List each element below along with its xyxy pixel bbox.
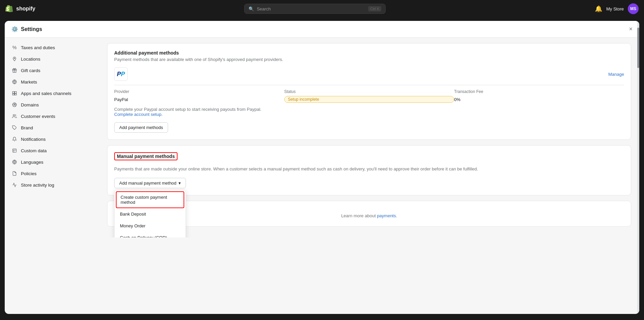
svg-rect-2: [12, 92, 14, 93]
paypal-note-text: Complete your Paypal account setup to st…: [114, 107, 261, 112]
provider-table-values: PayPal Setup incomplete 0%: [114, 96, 624, 103]
sidebar-item-label: Policies: [21, 171, 37, 176]
fee-value: 0%: [454, 97, 624, 102]
provider-header: Provider: [114, 89, 284, 94]
sidebar-item-label: Brand: [21, 125, 33, 130]
markets-icon: [11, 79, 18, 85]
manual-payment-description: Payments that are made outside your onli…: [114, 166, 624, 172]
sidebar-item-label: Taxes and duties: [21, 45, 55, 50]
sidebar-item-store-activity[interactable]: Store activity log: [7, 179, 96, 191]
search-placeholder: Search: [257, 6, 270, 11]
settings-title-text: Settings: [21, 26, 42, 32]
learn-more-suffix: .: [396, 213, 397, 218]
status-header: Status: [284, 89, 454, 94]
bank-deposit-item[interactable]: Bank Deposit: [115, 208, 186, 220]
topnav-right: 🔔 My Store MS: [595, 3, 639, 14]
topnav-left: shopify: [5, 5, 35, 13]
gift-icon: [11, 67, 18, 73]
sidebar-item-brand[interactable]: Brand: [7, 122, 96, 133]
svg-rect-5: [12, 94, 14, 95]
store-name: My Store: [606, 6, 624, 11]
activity-icon: [11, 182, 18, 188]
sidebar-item-languages[interactable]: Languages: [7, 156, 96, 168]
dropdown-container: Add manual payment method ▾ Create custo…: [114, 178, 186, 188]
sidebar-item-locations[interactable]: Locations: [7, 53, 96, 65]
svg-rect-3: [15, 92, 17, 93]
paypal-logo: PP: [114, 67, 128, 81]
topnav: shopify 🔍 Search Ctrl K 🔔 My Store MS: [0, 0, 644, 18]
create-custom-item[interactable]: Create custom payment method: [116, 191, 184, 208]
settings-gear-icon: ⚙️: [11, 26, 18, 32]
search-shortcut: Ctrl K: [368, 6, 382, 11]
sidebar-item-customer-events[interactable]: Customer events: [7, 110, 96, 122]
manage-link[interactable]: Manage: [608, 72, 624, 77]
provider-table-headers: Provider Status Transaction Fee: [114, 89, 624, 94]
domains-icon: [11, 102, 18, 108]
paypal-note: Complete your Paypal account setup to st…: [114, 107, 624, 117]
cod-item[interactable]: Cash on Delivery (COD): [115, 232, 186, 237]
sidebar-item-markets[interactable]: Markets: [7, 76, 96, 88]
logo-text: shopify: [16, 6, 35, 12]
add-manual-button-label: Add manual payment method: [119, 181, 176, 186]
sidebar-item-label: Custom data: [21, 148, 47, 153]
fee-header: Transaction Fee: [454, 89, 624, 94]
brand-icon: [11, 125, 18, 131]
search-icon: 🔍: [249, 6, 254, 11]
settings-window: ⚙️ Settings × % Taxes and duties Locatio…: [5, 21, 639, 314]
settings-header: ⚙️ Settings ×: [5, 21, 639, 38]
sidebar-item-gift-cards[interactable]: Gift cards: [7, 65, 96, 76]
main-content: Additional payment methods Payment metho…: [99, 38, 639, 237]
sidebar-item-label: Notifications: [21, 137, 46, 142]
manual-payment-title: Manual payment methods: [114, 152, 178, 160]
svg-rect-9: [13, 149, 17, 153]
svg-rect-4: [15, 94, 17, 95]
learn-more-text: Learn more about payments.: [114, 208, 624, 220]
paypal-row: PP Manage: [114, 67, 624, 81]
sidebar: % Taxes and duties Locations Gift cards: [5, 38, 99, 237]
sidebar-item-domains[interactable]: Domains: [7, 99, 96, 110]
custom-data-icon: [11, 148, 18, 154]
money-order-item[interactable]: Money Order: [115, 220, 186, 232]
learn-more-link[interactable]: payments: [377, 213, 396, 218]
provider-name: PayPal: [114, 97, 284, 102]
sidebar-item-custom-data[interactable]: Custom data: [7, 145, 96, 156]
sidebar-item-notifications[interactable]: Notifications: [7, 133, 96, 145]
sidebar-item-label: Apps and sales channels: [21, 91, 71, 96]
manual-payment-card: Manual payment methods Payments that are…: [107, 145, 631, 195]
avatar[interactable]: MS: [628, 3, 639, 14]
add-manual-payment-button[interactable]: Add manual payment method ▾: [114, 178, 186, 188]
languages-icon: [11, 159, 18, 165]
policies-icon: [11, 170, 18, 177]
scrollbar-thumb: [637, 28, 639, 68]
sidebar-item-label: Markets: [21, 79, 37, 85]
dropdown-menu: Create custom payment method Bank Deposi…: [114, 190, 186, 237]
sidebar-item-label: Customer events: [21, 114, 55, 119]
notifications-icon: [11, 136, 18, 142]
additional-payment-card: Additional payment methods Payment metho…: [107, 43, 631, 140]
svg-point-7: [13, 115, 15, 116]
shopify-logo[interactable]: shopify: [5, 5, 35, 13]
sidebar-item-label: Locations: [21, 57, 40, 62]
sidebar-item-label: Languages: [21, 160, 43, 165]
additional-payment-subtitle: Payment methods that are available with …: [114, 57, 624, 62]
additional-payment-title: Additional payment methods: [114, 50, 624, 56]
search-bar[interactable]: 🔍 Search Ctrl K: [244, 4, 386, 14]
status-badge: Setup incomplete: [284, 96, 454, 103]
settings-title: ⚙️ Settings: [11, 26, 42, 32]
sidebar-item-label: Domains: [21, 102, 39, 107]
sidebar-item-taxes-duties[interactable]: % Taxes and duties: [7, 42, 96, 53]
sidebar-item-label: Store activity log: [21, 183, 54, 188]
bell-icon[interactable]: 🔔: [595, 5, 602, 12]
close-button[interactable]: ×: [629, 26, 633, 33]
customer-events-icon: [11, 113, 18, 119]
sidebar-item-apps-channels[interactable]: Apps and sales channels: [7, 88, 96, 99]
taxes-icon: %: [11, 44, 18, 51]
chevron-down-icon: ▾: [179, 181, 181, 186]
avatar-initials: MS: [630, 6, 636, 11]
apps-icon: [11, 90, 18, 96]
sidebar-item-policies[interactable]: Policies: [7, 168, 96, 179]
add-payment-button[interactable]: Add payment methods: [114, 122, 168, 133]
complete-account-link[interactable]: Complete account setup.: [114, 112, 163, 117]
scrollbar[interactable]: [637, 21, 639, 314]
sidebar-item-label: Gift cards: [21, 68, 40, 73]
